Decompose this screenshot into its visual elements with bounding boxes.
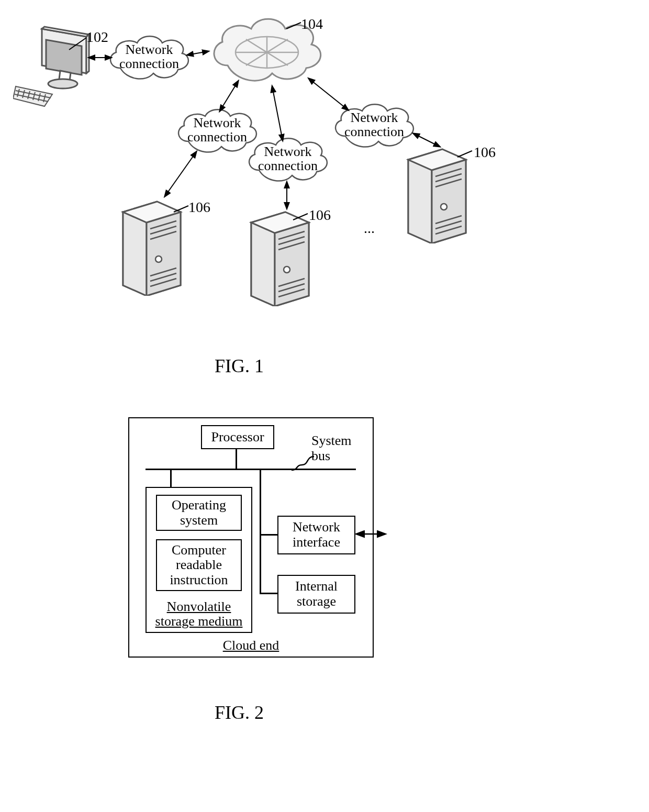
- svg-line-23: [187, 51, 208, 55]
- cloud-end-label: Cloud end: [129, 638, 373, 653]
- svg-line-41: [174, 206, 188, 212]
- ellipsis: ...: [364, 220, 375, 237]
- label-106b: 106: [309, 207, 331, 224]
- svg-line-65: [457, 151, 472, 157]
- internal-storage-label: Internal storage: [295, 579, 338, 609]
- bus-stub-mid: [260, 469, 261, 555]
- network-interface-label: Network interface: [293, 520, 340, 550]
- bus-tee-net: [260, 534, 278, 536]
- svg-line-24: [220, 81, 238, 111]
- system-bus-label: System bus: [311, 433, 352, 463]
- cri-label: Computer readable instruction: [170, 543, 228, 588]
- nvsm-label: Nonvolatile storage medium: [147, 599, 251, 629]
- svg-line-25: [165, 152, 196, 196]
- cri-box: Computer readable instruction: [156, 539, 242, 591]
- fig2-caption: FIG. 2: [215, 702, 264, 724]
- label-106a: 106: [188, 199, 210, 216]
- processor-box: Processor: [201, 425, 274, 449]
- svg-line-53: [293, 214, 308, 220]
- processor-label: Processor: [211, 429, 264, 445]
- svg-line-28: [309, 79, 348, 110]
- net-interface-arrow: [354, 529, 388, 539]
- leader-106c: [456, 149, 475, 160]
- label-106c: 106: [474, 144, 496, 161]
- network-interface-box: Network interface: [277, 516, 355, 554]
- leader-106a: [173, 204, 191, 215]
- system-bus-squiggle: [290, 455, 317, 471]
- svg-point-49: [284, 266, 290, 273]
- internal-storage-box: Internal storage: [277, 575, 355, 614]
- bus-tee-internal: [260, 593, 278, 594]
- svg-marker-31: [123, 212, 147, 296]
- system-bus-line: [146, 469, 356, 470]
- svg-point-61: [441, 204, 447, 210]
- svg-marker-43: [251, 223, 275, 306]
- svg-line-26: [272, 86, 283, 140]
- bus-stub-nvsm: [170, 469, 172, 487]
- svg-marker-55: [408, 160, 432, 243]
- fig1-caption: FIG. 1: [215, 355, 264, 377]
- os-label: Operating system: [172, 498, 226, 528]
- os-box: Operating system: [156, 495, 242, 531]
- svg-point-37: [155, 256, 162, 262]
- leader-106b: [292, 212, 310, 223]
- bus-stub-internal: [260, 555, 261, 594]
- bus-stub-processor: [236, 449, 237, 470]
- canvas: 102 104 Network connection Network: [0, 0, 649, 812]
